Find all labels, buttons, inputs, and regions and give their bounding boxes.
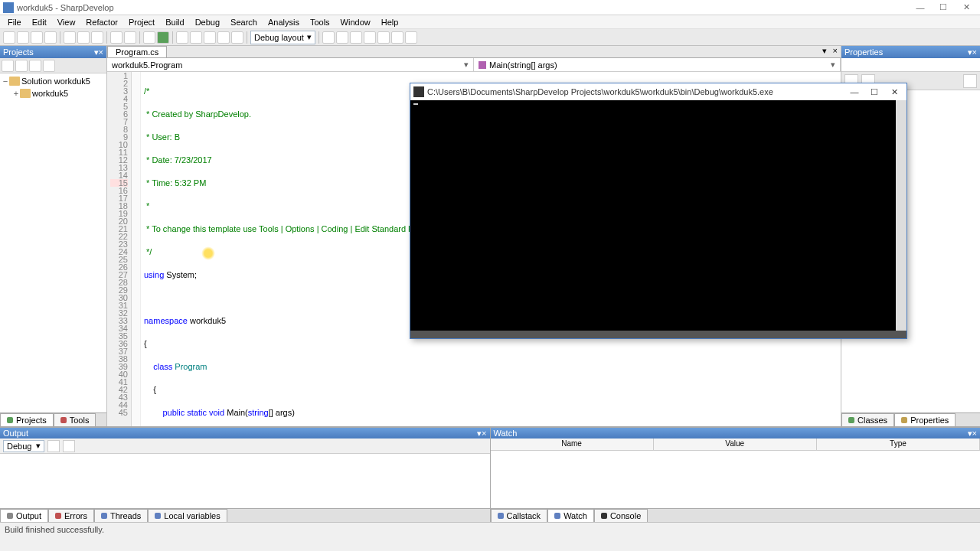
member-combo[interactable]: Main(string[] args)▾ [474,58,841,71]
proj-tb-3[interactable] [29,60,41,72]
tab-tools[interactable]: Tools [54,413,96,426]
solution-icon [9,77,20,86]
tab-output[interactable]: Output [0,509,48,522]
method-icon [479,61,486,69]
console-title: C:\Users\B\Documents\SharpDevelop Projec… [427,87,773,96]
console-scrollbar-v[interactable] [896,100,906,331]
prop-pages-icon[interactable] [963,74,977,88]
output-body[interactable] [0,454,490,508]
locals-tab-icon [155,513,161,519]
tab-list-icon[interactable]: ▾ [819,46,830,57]
tb-d[interactable] [364,31,376,44]
menu-search[interactable]: Search [226,16,262,28]
menu-refactor[interactable]: Refactor [81,16,122,28]
tb-a[interactable] [322,31,335,44]
save-button[interactable] [31,31,43,44]
menu-tools[interactable]: Tools [305,16,335,28]
menu-file[interactable]: File [3,16,26,28]
new-button[interactable] [3,31,15,44]
tb-b[interactable] [336,31,348,44]
output-wrap-icon[interactable] [63,440,75,452]
tab-callstack[interactable]: Callstack [491,509,548,522]
close-button[interactable]: ✕ [956,2,977,14]
tab-console[interactable]: Console [594,509,648,522]
threads-tab-icon [101,513,107,519]
tools-tab-icon [60,417,67,423]
solution-tree[interactable]: −Solution workduk5 +workduk5 [0,73,106,412]
stepout-button[interactable] [231,31,243,44]
proj-tb-1[interactable] [2,60,14,72]
paste-button[interactable] [91,31,103,44]
projects-close-icon[interactable]: × [99,47,103,57]
menu-analysis[interactable]: Analysis [263,16,304,28]
run-button[interactable] [157,31,169,44]
tab-classes[interactable]: Classes [841,413,894,426]
output-source-combo[interactable]: Debug▾ [3,440,44,452]
tab-errors[interactable]: Errors [48,509,94,522]
output-tab-icon [7,513,13,519]
layout-combo[interactable]: Debug layout▾ [250,31,315,44]
window-title: workduk5 - SharpDevelop [17,3,910,12]
tb-c[interactable] [350,31,362,44]
app-icon [3,2,14,13]
proj-tb-4[interactable] [43,60,55,72]
cut-button[interactable] [64,31,76,44]
watch-close-icon[interactable]: × [972,429,977,438]
tb-f[interactable] [391,31,403,44]
redo-button[interactable] [124,31,136,44]
menu-help[interactable]: Help [377,16,403,28]
console-titlebar[interactable]: C:\Users\B\Documents\SharpDevelop Projec… [410,83,906,100]
output-clear-icon[interactable] [47,440,60,452]
stepinto-button[interactable] [217,31,230,44]
tab-close-icon[interactable]: × [830,46,841,57]
class-combo[interactable]: workduk5.Program▾ [107,58,474,71]
console-window[interactable]: C:\Users\B\Documents\SharpDevelop Projec… [410,83,907,339]
copy-button[interactable] [77,31,90,44]
menu-window[interactable]: Window [336,16,375,28]
properties-object-combo[interactable] [841,58,980,72]
console-scrollbar-h[interactable] [410,331,906,338]
undo-button[interactable] [110,31,122,44]
console-body[interactable] [410,100,906,338]
status-text: Build finished successfully. [5,525,104,534]
menu-bar: File Edit View Refactor Project Build De… [0,15,980,29]
maximize-button[interactable]: ☐ [933,2,954,14]
watch-tab-icon [554,513,560,519]
console-minimize-button[interactable]: — [845,87,864,97]
build-button[interactable] [143,31,155,44]
menu-project[interactable]: Project [124,16,159,28]
open-button[interactable] [17,31,29,44]
minimize-button[interactable]: — [910,2,931,14]
watch-col-type[interactable]: Type [817,439,980,450]
menu-edit[interactable]: Edit [28,16,51,28]
solution-node[interactable]: Solution workduk5 [21,77,90,86]
stop-button[interactable] [190,31,202,44]
file-tab-program[interactable]: Program.cs [107,46,167,57]
properties-tab-icon [901,417,907,423]
stepover-button[interactable] [204,31,216,44]
find-button[interactable] [405,31,417,44]
menu-debug[interactable]: Debug [191,16,224,28]
tab-properties[interactable]: Properties [894,413,956,426]
tab-watch[interactable]: Watch [547,509,594,522]
console-maximize-button[interactable]: ☐ [865,87,884,97]
output-close-icon[interactable]: × [482,429,486,438]
file-tab-strip: Program.cs ▾ × [107,46,841,58]
pause-button[interactable] [176,31,188,44]
saveall-button[interactable] [44,31,57,44]
menu-view[interactable]: View [53,16,80,28]
proj-tb-2[interactable] [15,60,28,72]
tab-threads[interactable]: Threads [94,509,148,522]
tab-locals[interactable]: Local variables [148,509,227,522]
watch-body[interactable] [491,451,981,508]
tb-e[interactable] [377,31,390,44]
project-node[interactable]: workduk5 [32,89,68,98]
watch-col-name[interactable]: Name [491,439,654,450]
fold-gutter[interactable] [132,72,141,426]
projects-header: Projects ▾ × [0,46,106,58]
tab-projects[interactable]: Projects [0,413,54,426]
properties-close-icon[interactable]: × [972,47,977,57]
console-close-button[interactable]: ✕ [885,87,903,97]
watch-col-value[interactable]: Value [654,439,817,450]
menu-build[interactable]: Build [161,16,188,28]
